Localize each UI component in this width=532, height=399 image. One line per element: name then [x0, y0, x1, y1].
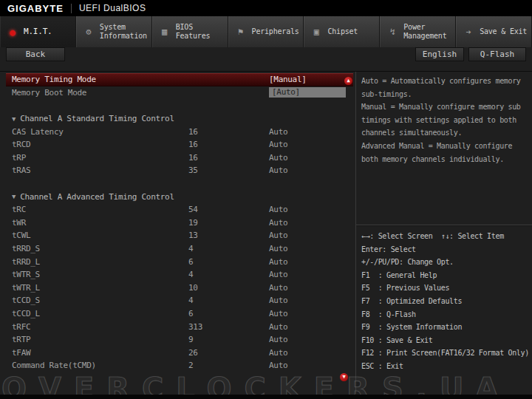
- bios-title: UEFI DualBIOS: [79, 3, 146, 13]
- setting-row[interactable]: tWTR_S4Auto: [6, 268, 353, 282]
- setting-value: 35: [188, 166, 269, 175]
- setting-auto: Auto: [269, 309, 353, 318]
- tab-save-exit[interactable]: ➔Save & Exit: [456, 16, 532, 47]
- setting-row[interactable]: tCWL13Auto: [6, 229, 353, 242]
- help-line: Advanced Manual = Manually configure: [361, 140, 531, 153]
- scroll-down-indicator[interactable]: ▼: [340, 373, 348, 381]
- setting-label: tCWL: [6, 231, 188, 240]
- bottom-strip: [0, 395, 532, 399]
- setting-row[interactable]: tRRD_S4Auto: [6, 242, 353, 256]
- key-line: F1 : General Help: [361, 269, 532, 282]
- mit-icon: ●: [7, 27, 18, 38]
- tab-peripherals[interactable]: ⚑Peripherals: [228, 16, 304, 47]
- setting-auto: Auto: [269, 205, 353, 214]
- setting-row[interactable]: tRFC313Auto: [6, 320, 353, 333]
- setting-row[interactable]: tFAW26Auto: [6, 346, 353, 359]
- setting-label: Memory Boot Mode: [6, 88, 269, 98]
- setting-value: 6: [188, 309, 269, 318]
- setting-auto: Auto: [269, 231, 353, 240]
- setting-row[interactable]: tCCD_S4Auto: [6, 294, 353, 307]
- bios-screen: GIGABYTE UEFI DualBIOS ●M.I.T.⚙System In…: [0, 0, 532, 399]
- logo-divider: [71, 4, 72, 13]
- setting-label: tRCD: [6, 140, 188, 149]
- key-line: +/-/PU/PD: Change Opt.: [361, 256, 532, 269]
- tab-power-management[interactable]: ↯Power Management: [380, 16, 456, 47]
- row-spacer: [6, 177, 353, 191]
- setting-label: tRAS: [6, 166, 188, 175]
- setting-row[interactable]: tWTR_L10Auto: [6, 282, 353, 295]
- setting-value: 16: [188, 140, 269, 149]
- tab-label: System Information: [100, 23, 149, 41]
- row-spacer: [6, 99, 353, 112]
- key-line: F7 : Optimized Defaults: [361, 295, 532, 308]
- setting-label: tRP: [6, 153, 188, 163]
- key-line: F5 : Previous Values: [361, 282, 532, 295]
- setting-value: 16: [188, 127, 269, 137]
- gigabyte-logo: GIGABYTE: [7, 3, 64, 14]
- setting-auto: Auto: [269, 244, 353, 253]
- setting-value: 4: [188, 244, 269, 253]
- setting-label: tWTR_S: [6, 270, 188, 279]
- key-line: F8 : Q-Flash: [361, 308, 532, 321]
- setting-row[interactable]: Memory Boot Mode[Auto]: [6, 86, 353, 100]
- setting-value: 26: [188, 348, 269, 358]
- peripherals-icon: ⚑: [235, 27, 247, 37]
- setting-row[interactable]: tWR19Auto: [6, 216, 353, 230]
- setting-value: [Manual]: [269, 75, 353, 84]
- setting-value: 10: [188, 283, 269, 293]
- setting-label: tWTR_L: [6, 283, 188, 293]
- tab-system-information[interactable]: ⚙System Information: [76, 16, 152, 47]
- setting-label: Command Rate(tCMD): [6, 361, 188, 370]
- section-header[interactable]: ▼Channel A Standard Timing Control: [6, 112, 353, 126]
- tab-chipset[interactable]: ▣Chipset: [304, 16, 380, 47]
- setting-label: tCCD_S: [6, 296, 188, 305]
- key-line: F12 : Print Screen(FAT16/32 Format Only): [361, 347, 532, 360]
- setting-row[interactable]: tCCD_L6Auto: [6, 307, 353, 321]
- setting-row[interactable]: tRP16Auto: [6, 151, 353, 165]
- setting-label: tRFC: [6, 322, 188, 332]
- tab-mit[interactable]: ●M.I.T.: [0, 16, 76, 47]
- setting-label: tRTP: [6, 335, 188, 344]
- setting-row[interactable]: Memory Timing Mode[Manual]: [6, 73, 353, 86]
- scroll-up-indicator[interactable]: ▲: [344, 77, 352, 85]
- setting-row[interactable]: tRAS35Auto: [6, 164, 353, 177]
- section-header[interactable]: ▼Channel A Advanced Timing Control: [6, 190, 353, 203]
- setting-value: 19: [188, 218, 269, 228]
- tab-label: Power Management: [403, 23, 452, 41]
- setting-row[interactable]: Command Rate(tCMD)2Auto: [6, 359, 353, 372]
- setting-value: 6: [188, 257, 269, 267]
- setting-row[interactable]: tRRD_L6Auto: [6, 255, 353, 268]
- gear-icon: ⚙: [83, 27, 95, 37]
- setting-auto: Auto: [269, 335, 353, 344]
- setting-auto: Auto: [269, 283, 353, 293]
- setting-label: tFAW: [6, 348, 188, 358]
- help-line: sub-timings.: [361, 88, 531, 101]
- setting-row[interactable]: tRCD16Auto: [6, 138, 353, 151]
- help-line: channels simultaneously.: [361, 126, 531, 140]
- key-line: F9 : System Information: [361, 321, 532, 334]
- setting-auto: Auto: [269, 140, 353, 149]
- setting-label: tRRD_S: [6, 244, 188, 253]
- setting-label: CAS Latency: [6, 127, 188, 137]
- tab-bios-features[interactable]: ▦BIOS Features: [152, 16, 228, 47]
- language-button[interactable]: English: [415, 47, 464, 61]
- setting-value: 2: [188, 361, 269, 370]
- setting-label: tRRD_L: [6, 257, 188, 267]
- panel-divider: [356, 225, 532, 225]
- chipset-icon: ▣: [310, 27, 322, 37]
- collapse-triangle-icon: ▼: [6, 193, 16, 200]
- qflash-button[interactable]: Q-Flash: [468, 47, 526, 61]
- back-button[interactable]: Back: [6, 47, 65, 61]
- key-line: Enter: Select: [361, 243, 532, 256]
- top-bar: GIGABYTE UEFI DualBIOS: [0, 0, 532, 16]
- setting-row[interactable]: tRTP9Auto: [6, 333, 353, 347]
- setting-row[interactable]: tRC54Auto: [6, 203, 353, 216]
- key-legend: ←→: Select Screen ↑↓: Select ItemEnter: …: [361, 230, 532, 373]
- setting-label: tCCD_L: [6, 309, 188, 318]
- help-line: Manual = Manually configure memory sub: [361, 100, 531, 114]
- setting-row[interactable]: CAS Latency16Auto: [6, 125, 353, 138]
- setting-value: 16: [188, 153, 269, 163]
- help-text: Auto = Automatically configures memorysu…: [361, 75, 531, 166]
- setting-value: 4: [188, 270, 269, 279]
- setting-auto: Auto: [269, 270, 353, 279]
